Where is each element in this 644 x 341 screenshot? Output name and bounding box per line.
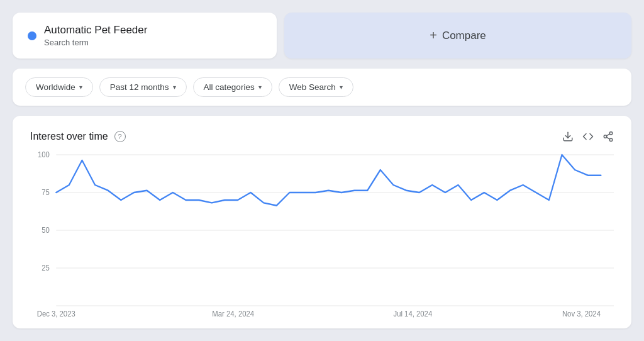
svg-line-4 bbox=[606, 137, 609, 139]
trend-line bbox=[56, 155, 601, 206]
svg-text:Mar 24, 2024: Mar 24, 2024 bbox=[212, 310, 254, 318]
compare-label: Compare bbox=[442, 30, 486, 42]
filter-bar: Worldwide ▾ Past 12 months ▾ All categor… bbox=[13, 69, 631, 106]
compare-inner: + Compare bbox=[430, 28, 486, 43]
filter-location-label: Worldwide bbox=[36, 82, 75, 92]
chart-title: Interest over time bbox=[30, 131, 108, 142]
filter-search-type-label: Web Search bbox=[289, 82, 336, 92]
svg-text:50: 50 bbox=[42, 226, 50, 234]
filter-location[interactable]: Worldwide ▾ bbox=[25, 77, 93, 97]
svg-text:25: 25 bbox=[42, 264, 50, 272]
top-row: Automatic Pet Feeder Search term + Compa… bbox=[13, 13, 631, 59]
svg-text:75: 75 bbox=[42, 188, 50, 196]
download-icon[interactable] bbox=[562, 131, 574, 142]
share-icon[interactable] bbox=[602, 131, 614, 142]
term-color-dot bbox=[28, 31, 36, 40]
chevron-down-icon: ▾ bbox=[173, 84, 176, 91]
svg-text:Jul 14, 2024: Jul 14, 2024 bbox=[394, 310, 433, 318]
term-label: Search term bbox=[44, 38, 147, 47]
svg-text:100: 100 bbox=[38, 150, 50, 159]
search-term-text: Automatic Pet Feeder Search term bbox=[44, 24, 147, 47]
term-name: Automatic Pet Feeder bbox=[44, 24, 147, 36]
plus-icon: + bbox=[430, 28, 437, 43]
chevron-down-icon: ▾ bbox=[340, 84, 343, 91]
filter-time-label: Past 12 months bbox=[110, 82, 169, 92]
chart-card: Interest over time ? bbox=[13, 116, 631, 328]
chart-svg: 100 75 50 25 Dec 3, 2023 Mar 24, 2024 Ju… bbox=[30, 155, 614, 306]
filter-category[interactable]: All categories ▾ bbox=[193, 77, 272, 97]
chart-actions bbox=[562, 131, 614, 142]
svg-text:Nov 3, 2024: Nov 3, 2024 bbox=[562, 310, 601, 318]
compare-card[interactable]: + Compare bbox=[284, 13, 631, 59]
search-term-card: Automatic Pet Feeder Search term bbox=[13, 13, 277, 59]
svg-text:Dec 3, 2023: Dec 3, 2023 bbox=[37, 310, 75, 318]
chevron-down-icon: ▾ bbox=[258, 84, 262, 91]
chart-area: 100 75 50 25 Dec 3, 2023 Mar 24, 2024 Ju… bbox=[30, 155, 614, 306]
help-icon[interactable]: ? bbox=[114, 131, 126, 142]
embed-icon[interactable] bbox=[582, 131, 594, 142]
svg-line-5 bbox=[606, 134, 609, 136]
filter-category-label: All categories bbox=[204, 82, 255, 92]
chart-title-row: Interest over time ? bbox=[30, 131, 126, 142]
filter-search-type[interactable]: Web Search ▾ bbox=[279, 77, 353, 97]
chevron-down-icon: ▾ bbox=[79, 84, 82, 91]
filter-time[interactable]: Past 12 months ▾ bbox=[99, 77, 187, 97]
chart-header: Interest over time ? bbox=[30, 131, 614, 142]
